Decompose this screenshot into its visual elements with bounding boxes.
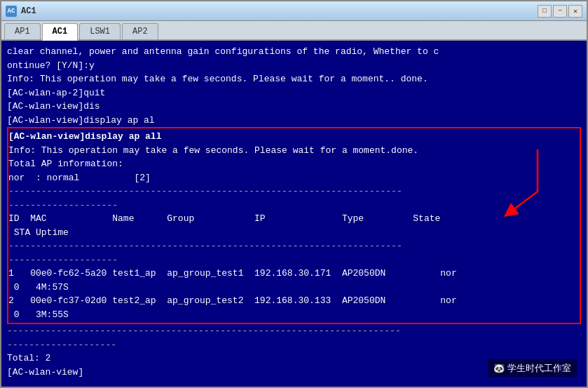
terminal-line-12: ID MAC Name Group IP Type State	[8, 212, 580, 226]
close-button[interactable]: ✕	[568, 5, 582, 18]
terminal-row-2: 2 00e0-fc37-02d0 test2_ap ap_group_test2…	[8, 294, 580, 308]
terminal-row-1-uptime: 0 4M:57S	[8, 281, 580, 295]
terminal-row-1: 1 00e0-fc62-5a20 test1_ap ap_group_test1…	[8, 267, 580, 281]
terminal-line-13: STA Uptime	[8, 226, 580, 240]
minimize-button[interactable]: −	[553, 5, 567, 18]
terminal-line-1: clear channel, power and antenna gain co…	[7, 45, 581, 59]
terminal-line-7: [AC-wlan-view]display ap all	[8, 130, 580, 144]
title-buttons: □ − ✕	[538, 5, 582, 18]
watermark-text: 学生时代工作室	[507, 361, 571, 375]
terminal-line-9: Total AP information:	[8, 157, 580, 171]
terminal-row-2-uptime: 0 3M:55S	[8, 308, 580, 322]
terminal-line-2: ontinue? [Y/N]:y	[7, 59, 581, 73]
terminal-line-5: [AC-wlan-view]dis	[7, 100, 581, 114]
window-icon: AC	[6, 6, 17, 17]
terminal-line-3: Info: This operation may take a few seco…	[7, 72, 581, 86]
terminal-line-6: [AC-wlan-view]display ap al	[7, 114, 581, 128]
window-title: AC1	[21, 6, 36, 16]
watermark-icon: 🐼	[493, 361, 505, 375]
tab-lsw1[interactable]: LSW1	[79, 23, 121, 39]
terminal-line-4: [AC-wlan-ap-2]quit	[7, 86, 581, 100]
terminal-separator-7: ----------------------------------------…	[7, 324, 581, 338]
tab-bar: AP1 AC1 LSW1 AP2	[1, 21, 587, 41]
terminal-line-8: Info: This operation may take a few seco…	[8, 144, 580, 158]
terminal-line-10: nor : normal [2]	[8, 171, 580, 185]
title-bar: AC AC1 □ − ✕	[1, 1, 587, 21]
terminal-separator-4: ----------------------------------------…	[8, 239, 580, 253]
tab-ap1[interactable]: AP1	[4, 23, 41, 39]
main-window: AC AC1 □ − ✕ AP1 AC1 LSW1 AP2 clear chan…	[0, 0, 588, 388]
terminal-separator-2: ----------------------------------------…	[8, 185, 580, 199]
terminal-area[interactable]: clear channel, power and antenna gain co…	[1, 41, 587, 387]
tab-ac1[interactable]: AC1	[42, 23, 78, 41]
title-bar-left: AC AC1	[6, 6, 36, 17]
terminal-separator-8: --------------------	[7, 338, 581, 352]
tab-ap2[interactable]: AP2	[122, 23, 158, 39]
restore-button[interactable]: □	[538, 5, 552, 18]
terminal-separator-3: --------------------	[8, 199, 580, 213]
terminal-separator-5: --------------------	[8, 253, 580, 267]
watermark: 🐼 学生时代工作室	[488, 359, 577, 377]
